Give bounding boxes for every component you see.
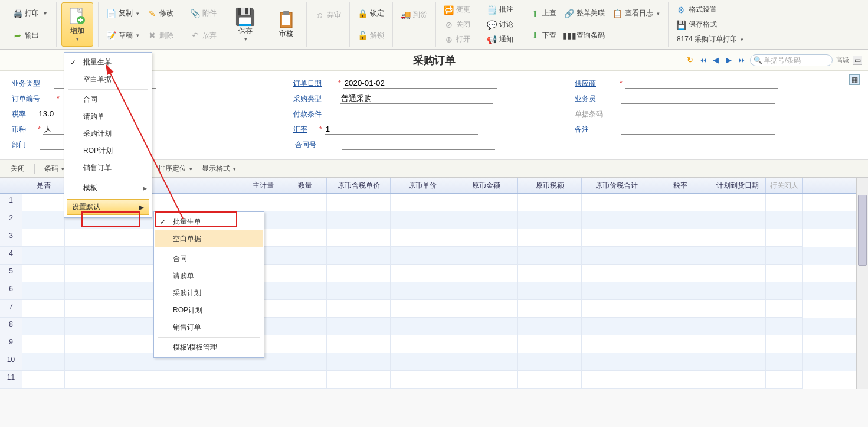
col-amount[interactable]: 原币金额 — [454, 178, 518, 193]
search-input[interactable]: 🔍 单据号/条码 — [750, 54, 833, 66]
col-price[interactable]: 原币单价 — [391, 178, 454, 193]
sub-template-mgmt[interactable]: 模板\模板管理 — [155, 339, 263, 356]
draft-button[interactable]: 📝草稿▾ — [103, 28, 143, 43]
table-row[interactable]: 3 — [0, 229, 868, 247]
contract-input[interactable] — [342, 139, 495, 150]
menu-template[interactable]: 模板▶ — [65, 180, 150, 197]
arrive-button[interactable]: 🚚到货 — [398, 8, 431, 22]
menu-contract[interactable]: 合同 — [65, 91, 150, 108]
barcode-button[interactable]: ▮▮▮查询条码 — [561, 28, 608, 43]
col-closer[interactable]: 行关闭人 — [766, 178, 803, 193]
menu-batch[interactable]: ✓批量生单 — [65, 54, 150, 71]
order-date-input[interactable] — [343, 78, 497, 89]
notify-button[interactable]: 📢通知 — [484, 32, 517, 47]
refresh-icon[interactable]: ↻ — [685, 56, 695, 65]
supplier-label[interactable]: 供应商 — [575, 79, 617, 89]
col-total[interactable]: 原币价税合计 — [582, 178, 651, 193]
first-record-icon[interactable]: ⏮ — [698, 56, 707, 65]
expand-icon[interactable]: ▭ — [853, 56, 862, 65]
menu-requisition[interactable]: 请购单 — [65, 108, 150, 125]
menu-rop[interactable]: ROP计划 — [65, 142, 150, 159]
print-template-button[interactable]: 8174 采购订单打印▾ — [673, 32, 747, 47]
open-button[interactable]: ⊕打开 — [441, 32, 474, 47]
change-button[interactable]: 🔁变更 — [441, 2, 474, 17]
rate-label[interactable]: 汇率 — [293, 125, 317, 135]
rate-input[interactable] — [325, 124, 478, 135]
form-expand-icon[interactable]: ▦ — [849, 74, 860, 85]
sub-requisition[interactable]: 请购单 — [155, 268, 263, 285]
export-button[interactable]: ➦输出 — [9, 28, 51, 43]
col-taxprice[interactable]: 原币含税单价 — [327, 178, 391, 193]
table-row[interactable]: 5 — [0, 265, 868, 282]
advanced-link[interactable]: 高级 — [836, 56, 849, 64]
copy-button[interactable]: 📄复制▾ — [103, 6, 143, 21]
downquery-button[interactable]: ⬇下查 — [527, 28, 560, 43]
table-row[interactable]: 9 — [0, 335, 868, 353]
lock-button[interactable]: 🔒锁定 — [355, 6, 388, 21]
save-button[interactable]: 💾 保存▾ — [230, 2, 261, 47]
scroll-thumb[interactable] — [858, 195, 867, 266]
table-row[interactable]: 4 — [0, 247, 868, 265]
pay-terms-input[interactable] — [340, 109, 493, 119]
prev-record-icon[interactable]: ◀ — [711, 56, 720, 65]
col-taxrate[interactable]: 税率 — [651, 178, 709, 193]
sub-batch[interactable]: ✓批量生单 — [155, 213, 263, 230]
search-icon: 🔍 — [754, 56, 762, 64]
abandon-review-button[interactable]: ⎌弃审 — [312, 8, 345, 22]
annotate-button[interactable]: 🗒️批注 — [484, 2, 517, 17]
tax-label: 税率 — [12, 109, 35, 119]
gt-sort[interactable]: 排序定位▾ — [155, 162, 196, 175]
purchase-type-input[interactable] — [340, 93, 493, 104]
sub-rop[interactable]: ROP计划 — [155, 302, 263, 319]
assoc-button[interactable]: 🔗整单关联 — [561, 6, 608, 21]
menu-blank[interactable]: 空白单据 — [65, 71, 150, 88]
formatset-button[interactable]: ⚙格式设置 — [673, 2, 747, 17]
next-record-icon[interactable]: ▶ — [724, 56, 733, 65]
sub-plan[interactable]: 采购计划 — [155, 285, 263, 302]
discuss-button[interactable]: 💬讨论 — [484, 17, 517, 32]
unlock-button[interactable]: 🔓解锁 — [355, 28, 388, 43]
table-row[interactable]: 8 — [0, 318, 868, 335]
upquery-button[interactable]: ⬆上查 — [527, 6, 560, 21]
sub-blank[interactable]: 空白单据 — [155, 230, 263, 247]
print-button[interactable]: 🖨️打印▼ — [9, 6, 51, 21]
pencil-icon: ✎ — [148, 9, 157, 18]
viewlog-button[interactable]: 📋查看日志▾ — [610, 6, 663, 21]
close-button[interactable]: ⊘关闭 — [441, 17, 474, 32]
col-tax[interactable]: 原币税额 — [518, 178, 582, 193]
gt-close[interactable]: 关闭 — [7, 162, 28, 175]
gear-icon: ⚙ — [677, 5, 686, 15]
sub-salesorder[interactable]: 销售订单 — [155, 319, 263, 336]
delete-button[interactable]: ✖删除 — [144, 28, 177, 43]
svg-rect-3 — [282, 15, 290, 25]
chevron-down-icon: ▼ — [42, 11, 48, 17]
last-record-icon[interactable]: ⏭ — [737, 56, 746, 65]
table-row[interactable]: 7 — [0, 300, 868, 318]
salesman-input[interactable] — [621, 93, 775, 104]
table-row[interactable]: 6 — [0, 282, 868, 300]
vertical-scrollbar[interactable] — [856, 178, 868, 389]
modify-button[interactable]: ✎修改 — [144, 6, 177, 21]
order-date-label[interactable]: 订单日期 — [293, 79, 336, 89]
giveup-button[interactable]: ↶放弃 — [187, 28, 220, 43]
menu-plan[interactable]: 采购计划 — [65, 125, 150, 142]
menu-salesorder[interactable]: 销售订单 — [65, 159, 150, 177]
table-row[interactable]: 11 — [0, 371, 868, 389]
col-plandate[interactable]: 计划到货日期 — [709, 178, 766, 193]
saveformat-button[interactable]: 💾保存格式 — [673, 17, 747, 32]
review-button[interactable]: 审核 — [271, 2, 302, 47]
supplier-input[interactable] — [625, 78, 778, 89]
attach-button[interactable]: 📎附件 — [187, 6, 220, 21]
col-mainunit[interactable]: 主计量 — [243, 178, 283, 193]
menu-set-default[interactable]: 设置默认▶ — [67, 199, 149, 215]
truck-icon: 🚚 — [401, 10, 411, 19]
order-no-label[interactable]: 订单编号 — [12, 94, 54, 104]
col-qty[interactable]: 数量 — [283, 178, 327, 193]
col-isflag[interactable]: 是否 — [22, 178, 65, 193]
table-row[interactable]: 10 — [0, 353, 868, 371]
remark-input[interactable] — [621, 124, 775, 135]
sub-contract[interactable]: 合同 — [155, 250, 263, 268]
gt-format[interactable]: 显示格式▾ — [198, 162, 240, 175]
dept-label[interactable]: 部门 — [12, 140, 35, 150]
add-button[interactable]: 增加 ▾ — [61, 2, 93, 47]
